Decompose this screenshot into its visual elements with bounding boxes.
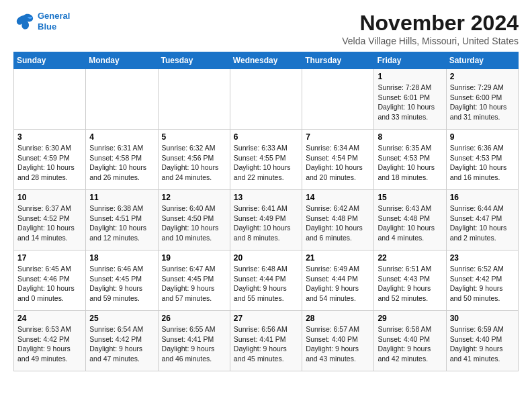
calendar-cell: 16Sunrise: 6:44 AMSunset: 4:47 PMDayligh… (446, 190, 518, 250)
cell-content: Daylight: 9 hours (378, 344, 442, 354)
cell-content: and 59 minutes. (89, 293, 154, 304)
cell-content: Sunrise: 6:30 AM (17, 143, 82, 153)
cell-content: and 45 minutes. (234, 354, 298, 364)
page-header: General Blue November 2024 Velda Village… (13, 11, 519, 46)
calendar-cell: 6Sunrise: 6:33 AMSunset: 4:55 PMDaylight… (230, 130, 302, 190)
calendar-cell (302, 69, 374, 130)
cell-content: and 55 minutes. (234, 293, 298, 304)
cell-content: Daylight: 10 hours (162, 163, 226, 173)
calendar-cell (86, 69, 158, 130)
day-number: 2 (450, 72, 515, 81)
cell-content: Daylight: 9 hours (234, 344, 298, 354)
calendar-cell: 7Sunrise: 6:34 AMSunset: 4:54 PMDaylight… (302, 130, 374, 190)
calendar-cell: 30Sunrise: 6:59 AMSunset: 4:40 PMDayligh… (446, 311, 518, 371)
week-row-2: 3Sunrise: 6:30 AMSunset: 4:59 PMDaylight… (14, 130, 519, 190)
cell-content: and 33 minutes. (378, 112, 442, 122)
calendar-cell: 12Sunrise: 6:40 AMSunset: 4:50 PMDayligh… (158, 190, 230, 250)
calendar-cell (230, 69, 302, 130)
cell-content: Sunrise: 6:31 AM (89, 143, 154, 153)
cell-content: and 52 minutes. (378, 293, 442, 304)
day-number: 7 (306, 132, 370, 142)
day-number: 13 (234, 193, 298, 202)
cell-content: Daylight: 9 hours (162, 283, 226, 293)
cell-content: Sunset: 4:40 PM (306, 334, 370, 345)
cell-content: and 22 minutes. (234, 173, 298, 183)
cell-content: Daylight: 10 hours (17, 163, 82, 173)
cell-content: and 49 minutes. (17, 354, 82, 364)
calendar-cell: 28Sunrise: 6:57 AMSunset: 4:40 PMDayligh… (302, 311, 374, 371)
cell-content: and 50 minutes. (450, 293, 515, 304)
cell-content: Daylight: 10 hours (17, 223, 82, 233)
cell-content: Sunset: 4:44 PM (306, 274, 370, 284)
cell-content: and 18 minutes. (378, 173, 442, 183)
week-row-5: 24Sunrise: 6:53 AMSunset: 4:42 PMDayligh… (14, 311, 519, 371)
month-title: November 2024 (342, 11, 519, 36)
cell-content: Sunset: 4:53 PM (378, 153, 442, 163)
day-number: 25 (89, 314, 154, 323)
cell-content: Sunset: 4:50 PM (162, 214, 226, 224)
cell-content: Sunset: 4:52 PM (17, 214, 82, 224)
cell-content: Daylight: 10 hours (378, 163, 442, 173)
day-number: 3 (17, 132, 82, 142)
cell-content: Sunrise: 6:55 AM (162, 324, 226, 334)
cell-content: Sunrise: 6:44 AM (450, 203, 515, 214)
day-number: 28 (306, 314, 370, 323)
calendar-cell: 15Sunrise: 6:43 AMSunset: 4:48 PMDayligh… (374, 190, 446, 250)
cell-content: Sunrise: 6:36 AM (450, 143, 515, 153)
calendar-cell: 18Sunrise: 6:46 AMSunset: 4:45 PMDayligh… (86, 250, 158, 311)
cell-content: Sunset: 4:58 PM (89, 153, 154, 163)
cell-content: Daylight: 10 hours (162, 223, 226, 233)
cell-content: Sunset: 4:53 PM (450, 153, 515, 163)
calendar-cell: 27Sunrise: 6:56 AMSunset: 4:41 PMDayligh… (230, 311, 302, 371)
cell-content: Daylight: 10 hours (450, 102, 515, 112)
weekday-header-tuesday: Tuesday (158, 52, 230, 69)
day-number: 1 (378, 72, 442, 81)
cell-content: Daylight: 10 hours (89, 223, 154, 233)
day-number: 21 (306, 253, 370, 263)
calendar-cell (158, 69, 230, 130)
day-number: 27 (234, 314, 298, 323)
cell-content: Daylight: 10 hours (234, 163, 298, 173)
day-number: 15 (378, 193, 442, 202)
cell-content: Sunrise: 6:59 AM (450, 324, 515, 334)
cell-content: Daylight: 9 hours (234, 283, 298, 293)
cell-content: and 42 minutes. (378, 354, 442, 364)
cell-content: and 28 minutes. (17, 173, 82, 183)
logo: General Blue (13, 11, 70, 32)
cell-content: and 57 minutes. (162, 293, 226, 304)
cell-content: Daylight: 9 hours (89, 344, 154, 354)
cell-content: and 2 minutes. (450, 233, 515, 243)
cell-content: Sunset: 4:44 PM (234, 274, 298, 284)
cell-content: Daylight: 10 hours (378, 223, 442, 233)
week-row-4: 17Sunrise: 6:45 AMSunset: 4:46 PMDayligh… (14, 250, 519, 311)
location-title: Velda Village Hills, Missouri, United St… (342, 36, 519, 46)
day-number: 8 (378, 132, 442, 142)
day-number: 5 (162, 132, 226, 142)
day-number: 16 (450, 193, 515, 202)
calendar-cell: 9Sunrise: 6:36 AMSunset: 4:53 PMDaylight… (446, 130, 518, 190)
cell-content: Sunrise: 7:28 AM (378, 83, 442, 93)
cell-content: Sunrise: 6:40 AM (162, 203, 226, 214)
weekday-header-row: SundayMondayTuesdayWednesdayThursdayFrid… (14, 52, 519, 69)
cell-content: and 24 minutes. (162, 173, 226, 183)
calendar-cell: 20Sunrise: 6:48 AMSunset: 4:44 PMDayligh… (230, 250, 302, 311)
day-number: 14 (306, 193, 370, 202)
calendar-cell: 17Sunrise: 6:45 AMSunset: 4:46 PMDayligh… (14, 250, 86, 311)
cell-content: Sunrise: 6:43 AM (378, 203, 442, 214)
cell-content: Sunset: 4:45 PM (162, 274, 226, 284)
cell-content: Sunrise: 6:56 AM (234, 324, 298, 334)
cell-content: and 14 minutes. (17, 233, 82, 243)
cell-content: Daylight: 10 hours (306, 223, 370, 233)
calendar-cell: 1Sunrise: 7:28 AMSunset: 6:01 PMDaylight… (374, 69, 446, 130)
weekday-header-saturday: Saturday (446, 52, 518, 69)
calendar-table: SundayMondayTuesdayWednesdayThursdayFrid… (13, 52, 519, 371)
cell-content: Daylight: 10 hours (306, 163, 370, 173)
cell-content: Sunset: 4:47 PM (450, 214, 515, 224)
day-number: 4 (89, 132, 154, 142)
cell-content: Daylight: 9 hours (89, 283, 154, 293)
day-number: 22 (378, 253, 442, 263)
calendar-cell: 29Sunrise: 6:58 AMSunset: 4:40 PMDayligh… (374, 311, 446, 371)
day-number: 18 (89, 253, 154, 263)
calendar-cell: 19Sunrise: 6:47 AMSunset: 4:45 PMDayligh… (158, 250, 230, 311)
cell-content: Sunrise: 6:54 AM (89, 324, 154, 334)
